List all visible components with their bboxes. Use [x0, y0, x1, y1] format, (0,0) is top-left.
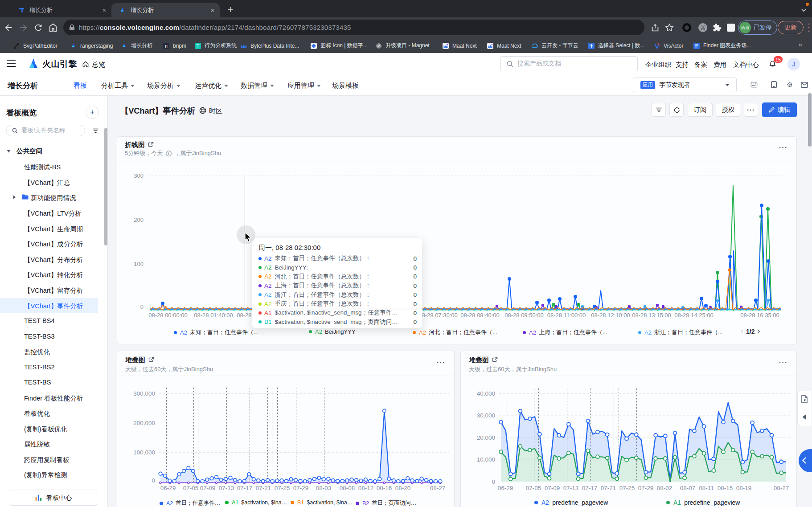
- svg-text:0: 0: [152, 477, 155, 484]
- svg-text:07-05: 07-05: [526, 485, 541, 491]
- svg-text:07-29: 07-29: [293, 485, 309, 491]
- svg-text:08-12: 08-12: [358, 485, 374, 491]
- svg-text:20,000: 20,000: [477, 434, 495, 441]
- svg-text:08-11: 08-11: [699, 485, 714, 491]
- svg-text:06-29: 06-29: [498, 485, 513, 491]
- svg-text:07-21: 07-21: [256, 485, 271, 491]
- svg-text:08-28 09:50:00: 08-28 09:50:00: [504, 312, 543, 319]
- svg-text:08-15: 08-15: [718, 485, 733, 491]
- svg-text:08-19: 08-19: [736, 485, 752, 491]
- svg-text:100: 100: [134, 261, 144, 267]
- svg-text:07-25: 07-25: [619, 485, 635, 491]
- svg-text:08-28 14:25:00: 08-28 14:25:00: [674, 312, 713, 319]
- svg-text:08-27: 08-27: [774, 485, 789, 491]
- svg-text:07-09: 07-09: [200, 485, 216, 491]
- svg-text:08-28 01:40:00: 08-28 01:40:00: [194, 312, 233, 319]
- svg-text:07-17: 07-17: [582, 485, 598, 491]
- svg-text:08-07: 08-07: [680, 485, 696, 491]
- svg-text:07-25: 07-25: [275, 485, 290, 491]
- svg-text:300,000: 300,000: [133, 390, 155, 397]
- svg-text:200: 200: [134, 217, 144, 223]
- svg-text:200,000: 200,000: [133, 420, 155, 426]
- svg-text:07-13: 07-13: [219, 485, 234, 491]
- svg-text:07-29: 07-29: [638, 485, 654, 491]
- svg-text:08-28 00:00:00: 08-28 00:00:00: [148, 312, 187, 319]
- svg-text:40,000: 40,000: [477, 390, 495, 397]
- svg-text:08-08: 08-08: [340, 485, 355, 491]
- svg-text:06-29: 06-29: [160, 485, 176, 491]
- svg-text:08-28 07:30:00: 08-28 07:30:00: [418, 312, 457, 319]
- svg-text:T: T: [197, 44, 199, 49]
- svg-text:08-28 11:00:00: 08-28 11:00:00: [547, 312, 586, 319]
- svg-text:08-03: 08-03: [316, 485, 332, 491]
- svg-text:08-02: 08-02: [657, 485, 673, 491]
- svg-text:08-28 08:40:00: 08-28 08:40:00: [460, 312, 499, 319]
- svg-text:07-13: 07-13: [563, 485, 579, 491]
- svg-text:08-16: 08-16: [377, 485, 392, 491]
- svg-text:07-21: 07-21: [601, 485, 616, 491]
- svg-text:n: n: [165, 44, 168, 49]
- svg-text:08-28 12:10:00: 08-28 12:10:00: [591, 312, 630, 319]
- svg-text:0: 0: [140, 303, 144, 310]
- svg-text:07-05: 07-05: [183, 485, 199, 491]
- svg-text:10,000: 10,000: [477, 456, 495, 463]
- svg-text:30,000: 30,000: [477, 412, 495, 419]
- svg-text:07-09: 07-09: [545, 485, 560, 491]
- svg-text:100,000: 100,000: [133, 449, 155, 456]
- svg-text:08-28 16:35:00: 08-28 16:35:00: [740, 312, 779, 319]
- svg-text:08-28 13:15:00: 08-28 13:15:00: [632, 312, 671, 319]
- svg-text:08-27: 08-27: [430, 485, 446, 491]
- svg-text:300: 300: [134, 172, 144, 179]
- svg-text:0: 0: [492, 478, 495, 485]
- svg-text:08-20: 08-20: [395, 485, 411, 491]
- svg-text:07-17: 07-17: [237, 485, 253, 491]
